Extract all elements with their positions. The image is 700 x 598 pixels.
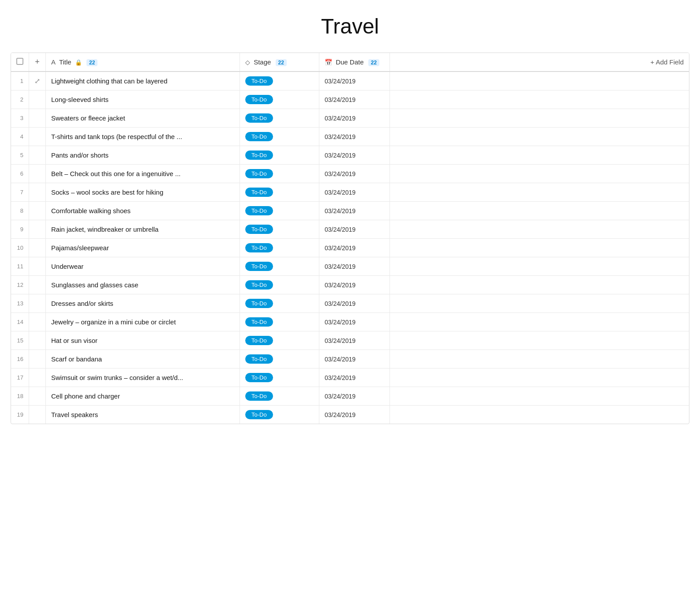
row-title[interactable]: Pants and/or shorts: [46, 146, 240, 165]
expand-cell: [29, 220, 46, 239]
expand-cell: [29, 183, 46, 202]
table-row: 13Dresses and/or skirtsTo-Do03/24/2019: [11, 294, 689, 313]
table-row: 1⤢Lightweight clothing that can be layer…: [11, 71, 689, 90]
row-due-date: 03/24/2019: [319, 183, 390, 202]
row-title[interactable]: Cell phone and charger: [46, 387, 240, 406]
todo-badge[interactable]: To-Do: [245, 299, 273, 308]
row-extra-cell: [390, 331, 689, 350]
row-stage[interactable]: To-Do: [240, 294, 319, 313]
row-stage[interactable]: To-Do: [240, 369, 319, 387]
row-title[interactable]: T-shirts and tank tops (be respectful of…: [46, 128, 240, 146]
todo-badge[interactable]: To-Do: [245, 262, 273, 271]
row-extra-cell: [390, 220, 689, 239]
add-field-label[interactable]: + Add Field: [651, 58, 684, 66]
todo-badge[interactable]: To-Do: [245, 132, 273, 141]
expand-cell[interactable]: ⤢: [29, 71, 46, 90]
row-extra-cell: [390, 146, 689, 165]
row-title[interactable]: Sunglasses and glasses case: [46, 276, 240, 294]
row-stage[interactable]: To-Do: [240, 183, 319, 202]
stage-tag-icon: ◇: [245, 59, 250, 66]
row-stage[interactable]: To-Do: [240, 128, 319, 146]
row-extra-cell: [390, 313, 689, 331]
row-extra-cell: [390, 369, 689, 387]
table-row: 17Swimsuit or swim trunks – consider a w…: [11, 369, 689, 387]
row-stage[interactable]: To-Do: [240, 90, 319, 109]
table-header: + A Title 🔒 22 ◇ Stage 22 📅 Due Date 22: [11, 53, 689, 71]
row-extra-cell: [390, 109, 689, 128]
todo-badge[interactable]: To-Do: [245, 410, 273, 419]
row-number: 15: [11, 331, 29, 350]
todo-badge[interactable]: To-Do: [245, 76, 273, 86]
todo-badge[interactable]: To-Do: [245, 243, 273, 252]
row-stage[interactable]: To-Do: [240, 239, 319, 257]
expand-cell: [29, 313, 46, 331]
todo-badge[interactable]: To-Do: [245, 391, 273, 401]
todo-badge[interactable]: To-Do: [245, 317, 273, 327]
row-title[interactable]: Travel speakers: [46, 406, 240, 424]
checkbox-header[interactable]: [11, 53, 29, 71]
row-title[interactable]: Scarf or bandana: [46, 350, 240, 369]
row-stage[interactable]: To-Do: [240, 387, 319, 406]
todo-badge[interactable]: To-Do: [245, 280, 273, 290]
add-field-header[interactable]: + Add Field: [390, 53, 689, 71]
row-title[interactable]: Jewelry – organize in a mini cube or cir…: [46, 313, 240, 331]
row-stage[interactable]: To-Do: [240, 313, 319, 331]
row-title[interactable]: Comfortable walking shoes: [46, 202, 240, 220]
todo-badge[interactable]: To-Do: [245, 150, 273, 160]
row-stage[interactable]: To-Do: [240, 276, 319, 294]
table-row: 8Comfortable walking shoesTo-Do03/24/201…: [11, 202, 689, 220]
row-stage[interactable]: To-Do: [240, 257, 319, 276]
row-due-date: 03/24/2019: [319, 313, 390, 331]
row-stage[interactable]: To-Do: [240, 220, 319, 239]
todo-badge[interactable]: To-Do: [245, 95, 273, 104]
row-title[interactable]: Belt – Check out this one for a ingenuit…: [46, 165, 240, 183]
add-row-header[interactable]: +: [29, 53, 46, 71]
expand-cell: [29, 202, 46, 220]
duedate-column-header[interactable]: 📅 Due Date 22: [319, 53, 390, 71]
row-title[interactable]: Long-sleeved shirts: [46, 90, 240, 109]
todo-badge[interactable]: To-Do: [245, 336, 273, 345]
row-stage[interactable]: To-Do: [240, 165, 319, 183]
row-stage[interactable]: To-Do: [240, 406, 319, 424]
row-title[interactable]: Socks – wool socks are best for hiking: [46, 183, 240, 202]
select-all-checkbox[interactable]: [16, 58, 23, 65]
row-title[interactable]: Lightweight clothing that can be layered: [46, 71, 240, 90]
add-row-icon[interactable]: +: [35, 57, 40, 66]
row-due-date: 03/24/2019: [319, 331, 390, 350]
page-title: Travel: [0, 0, 700, 53]
table-row: 9Rain jacket, windbreaker or umbrellaTo-…: [11, 220, 689, 239]
expand-cell: [29, 257, 46, 276]
row-title[interactable]: Dresses and/or skirts: [46, 294, 240, 313]
todo-badge[interactable]: To-Do: [245, 206, 273, 215]
row-stage[interactable]: To-Do: [240, 146, 319, 165]
todo-badge[interactable]: To-Do: [245, 169, 273, 178]
row-title[interactable]: Sweaters or fleece jacket: [46, 109, 240, 128]
row-title[interactable]: Pajamas/sleepwear: [46, 239, 240, 257]
row-extra-cell: [390, 71, 689, 90]
todo-badge[interactable]: To-Do: [245, 113, 273, 123]
row-due-date: 03/24/2019: [319, 109, 390, 128]
row-stage[interactable]: To-Do: [240, 331, 319, 350]
row-extra-cell: [390, 90, 689, 109]
title-column-header[interactable]: A Title 🔒 22: [46, 53, 240, 71]
row-stage[interactable]: To-Do: [240, 71, 319, 90]
stage-column-header[interactable]: ◇ Stage 22: [240, 53, 319, 71]
todo-badge[interactable]: To-Do: [245, 373, 273, 382]
expand-cell: [29, 350, 46, 369]
row-stage[interactable]: To-Do: [240, 202, 319, 220]
expand-icon[interactable]: ⤢: [34, 77, 40, 85]
todo-badge[interactable]: To-Do: [245, 225, 273, 234]
expand-cell: [29, 165, 46, 183]
row-number: 19: [11, 406, 29, 424]
row-title[interactable]: Underwear: [46, 257, 240, 276]
row-due-date: 03/24/2019: [319, 387, 390, 406]
row-stage[interactable]: To-Do: [240, 109, 319, 128]
row-title[interactable]: Rain jacket, windbreaker or umbrella: [46, 220, 240, 239]
todo-badge[interactable]: To-Do: [245, 188, 273, 197]
row-title[interactable]: Hat or sun visor: [46, 331, 240, 350]
todo-badge[interactable]: To-Do: [245, 354, 273, 364]
row-extra-cell: [390, 202, 689, 220]
row-due-date: 03/24/2019: [319, 90, 390, 109]
row-stage[interactable]: To-Do: [240, 350, 319, 369]
row-title[interactable]: Swimsuit or swim trunks – consider a wet…: [46, 369, 240, 387]
